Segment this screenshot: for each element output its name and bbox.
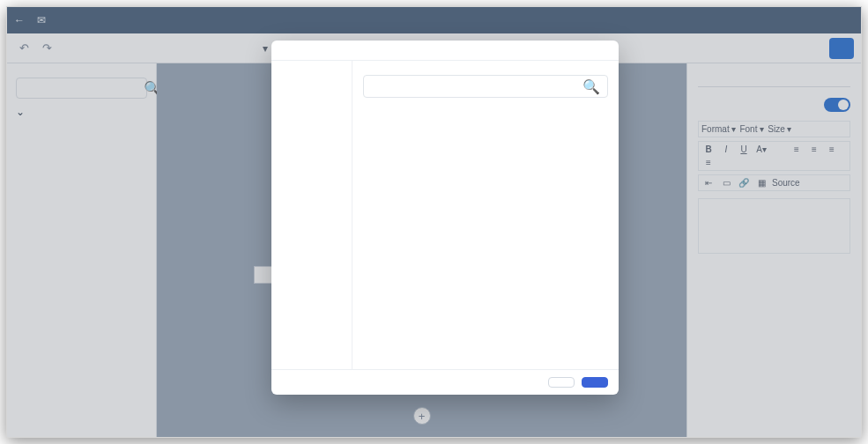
merge-field-list[interactable] xyxy=(352,103,619,369)
merge-search-input[interactable] xyxy=(371,81,582,92)
insert-button[interactable] xyxy=(582,377,608,388)
merge-search[interactable]: 🔍 xyxy=(363,75,608,98)
modal-title xyxy=(271,41,619,60)
cancel-button[interactable] xyxy=(548,377,575,388)
search-icon: 🔍 xyxy=(582,78,600,95)
insert-merge-field-modal: 🔍 xyxy=(271,41,619,395)
select-merge-label xyxy=(352,61,619,75)
modal-categories xyxy=(271,61,352,369)
